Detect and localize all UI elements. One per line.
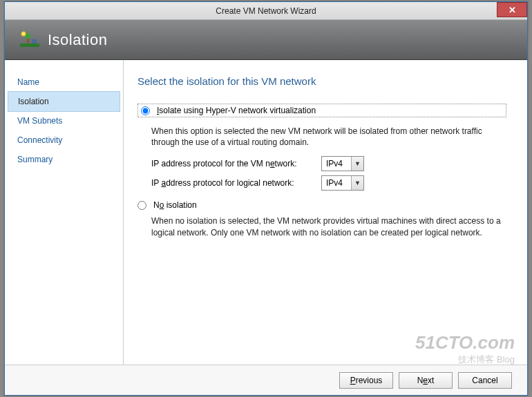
radio-no-isolation[interactable] — [137, 201, 146, 210]
step-name[interactable]: Name — [5, 72, 123, 92]
chevron-down-icon: ▼ — [351, 176, 363, 190]
window-title: Create VM Network Wizard — [216, 6, 316, 16]
close-button[interactable]: ✕ — [497, 2, 527, 17]
vm-protocol-row: IP address protocol for the VM network: … — [151, 156, 506, 171]
vm-protocol-select[interactable]: IPv4 ▼ — [321, 156, 364, 171]
svg-point-4 — [22, 32, 25, 35]
option-none-description: When no isolation is selected, the VM ne… — [151, 215, 506, 238]
wizard-footer: Previous Next Cancel — [5, 365, 527, 395]
wizard-content: Select the isolation for this VM network… — [124, 60, 527, 365]
vm-protocol-value: IPv4 — [322, 157, 351, 171]
logical-protocol-select[interactable]: IPv4 ▼ — [321, 175, 364, 191]
close-icon: ✕ — [509, 5, 516, 15]
next-button[interactable]: Next — [399, 372, 453, 389]
step-vm-subnets[interactable]: VM Subnets — [5, 111, 123, 130]
wizard-body: Name Isolation VM Subnets Connectivity S… — [5, 60, 527, 365]
isolation-step-icon — [20, 31, 39, 49]
logical-protocol-label: IP address protocol for logical network: — [151, 178, 317, 188]
logical-protocol-value: IPv4 — [322, 176, 351, 190]
step-isolation[interactable]: Isolation — [8, 91, 120, 112]
option-hyperv-block: Isolate using Hyper-V network virtualiza… — [137, 104, 506, 191]
chevron-down-icon: ▼ — [351, 157, 363, 171]
step-summary[interactable]: Summary — [5, 150, 123, 169]
wizard-banner: Isolation — [5, 20, 527, 60]
cancel-button[interactable]: Cancel — [458, 372, 512, 389]
option-hyperv-radio-line[interactable]: Isolate using Hyper-V network virtualiza… — [141, 106, 503, 115]
option-hyperv-description: When this option is selected the new VM … — [151, 126, 506, 148]
banner-title: Isolation — [48, 31, 107, 49]
option-none-block: No isolation When no isolation is select… — [137, 200, 506, 238]
option-none-radio-line[interactable]: No isolation — [137, 200, 506, 210]
vm-protocol-label: IP address protocol for the VM network: — [151, 159, 317, 168]
wizard-window: Create VM Network Wizard ✕ Isolation Nam… — [4, 1, 528, 396]
previous-button[interactable]: Previous — [339, 372, 393, 389]
svg-rect-5 — [32, 39, 37, 43]
wizard-steps-sidebar: Name Isolation VM Subnets Connectivity S… — [5, 60, 124, 365]
radio-isolate-hyperv-label: Isolate using Hyper-V network virtualiza… — [157, 106, 316, 115]
logical-protocol-row: IP address protocol for logical network:… — [151, 175, 506, 191]
titlebar: Create VM Network Wizard ✕ — [5, 2, 527, 20]
radio-isolate-hyperv[interactable] — [141, 106, 150, 115]
step-connectivity[interactable]: Connectivity — [5, 130, 123, 150]
content-heading: Select the isolation for this VM network — [137, 75, 506, 87]
radio-no-isolation-label: No isolation — [153, 200, 197, 210]
svg-rect-0 — [20, 43, 39, 47]
